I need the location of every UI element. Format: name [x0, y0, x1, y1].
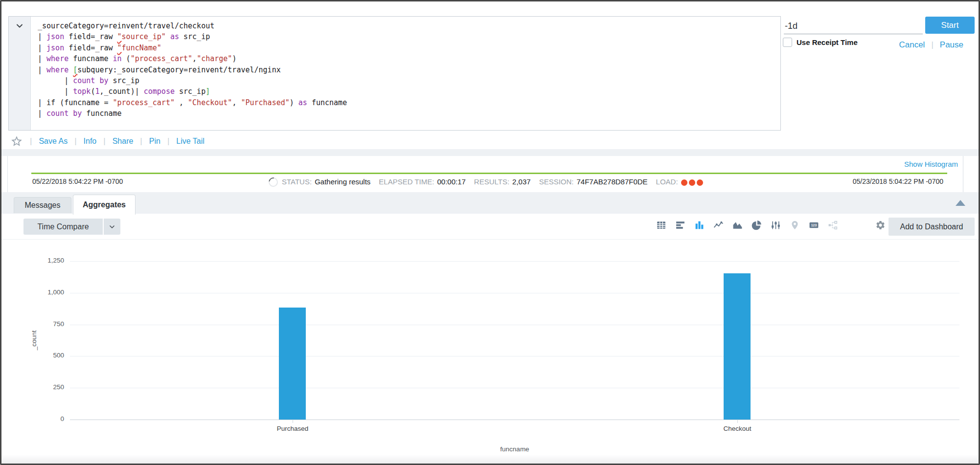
query-line: | json field=_raw "funcName": [38, 43, 774, 53]
pause-link[interactable]: Pause: [940, 40, 963, 50]
collapse-query-icon[interactable]: [15, 21, 24, 31]
status-value: 2,037: [512, 177, 531, 186]
aggregates-panel: Time Compare 123 Add to Dashboard 025050…: [1, 214, 979, 464]
scroll-shadow: [1, 455, 979, 464]
use-receipt-time-row: Use Receipt Time: [783, 38, 858, 47]
status-item-load: LOAD:: [656, 177, 705, 186]
search-end-time: 05/23/2018 5:04:22 PM -0700: [853, 177, 943, 185]
search-progress-bar: [31, 173, 947, 174]
divider: |: [167, 136, 169, 146]
histogram-panel: Show Histogram 05/22/2018 5:04:22 PM -07…: [7, 156, 963, 192]
chart-bar-purchased[interactable]: [279, 308, 306, 420]
load-indicator: [681, 177, 705, 186]
query-line: | json field=_raw "source_ip" as src_ip: [38, 31, 774, 42]
y-axis-tick-label: 250: [21, 383, 64, 391]
query-line: | where funcname in ("process_cart","cha…: [38, 53, 774, 64]
load-dot-icon: [681, 179, 687, 186]
gridline: [70, 293, 959, 293]
status-value: 00:00:17: [437, 177, 465, 186]
status-item-results: RESULTS:2,037: [474, 177, 531, 186]
y-axis-tick-label: 1,000: [21, 288, 64, 296]
x-axis-category-label: Checkout: [684, 425, 791, 432]
save-as-link[interactable]: Save As: [39, 137, 68, 146]
divider: |: [103, 136, 105, 146]
start-button[interactable]: Start: [925, 17, 975, 34]
search-control-links: Cancel | Pause: [899, 40, 963, 50]
x-axis-tick: [737, 420, 738, 423]
status-item-elapsed-time: ELAPSED TIME:00:00:17: [379, 177, 465, 186]
collapse-panel-icon[interactable]: [956, 200, 965, 206]
show-histogram-link[interactable]: Show Histogram: [904, 160, 958, 168]
query-line: | where [subquery:_sourceCategory=reinve…: [38, 65, 774, 75]
y-axis-title: _count: [30, 331, 38, 351]
query-line: _sourceCategory=reinvent/travel/checkout: [38, 21, 774, 31]
tab-aggregates[interactable]: Aggregates: [73, 195, 136, 215]
live-tail-link[interactable]: Live Tail: [176, 137, 205, 146]
divider: |: [30, 136, 32, 146]
divider: |: [931, 40, 933, 50]
results-tab-strip: Messages Aggregates: [1, 192, 979, 214]
sumo-search-window: _sourceCategory=reinvent/travel/checkout…: [0, 0, 980, 465]
y-axis-tick-label: 500: [21, 352, 64, 359]
chart-bar-checkout[interactable]: [724, 273, 751, 420]
query-text[interactable]: _sourceCategory=reinvent/travel/checkout…: [31, 17, 780, 130]
gridline: [70, 356, 959, 356]
section-divider-band: [1, 149, 979, 156]
y-axis-tick-label: 1,250: [21, 257, 64, 264]
search-actions-toolbar: | Save As|Info|Share|Pin|Live Tail: [10, 134, 205, 148]
divider: |: [74, 136, 76, 146]
use-receipt-time-label: Use Receipt Time: [797, 38, 858, 46]
query-line: | count by funcname: [38, 108, 774, 119]
use-receipt-time-checkbox[interactable]: [783, 38, 792, 47]
y-axis-tick-label: 0: [21, 415, 64, 422]
divider: |: [140, 136, 142, 146]
cancel-link[interactable]: Cancel: [899, 40, 925, 50]
query-line: | count by src_ip: [38, 75, 774, 86]
favorite-star-icon[interactable]: [10, 135, 23, 148]
search-start-time: 05/22/2018 5:04:22 PM -0700: [32, 177, 123, 185]
x-axis-tick: [293, 420, 293, 423]
query-gutter: [9, 17, 31, 130]
status-label: SESSION:: [539, 177, 574, 186]
status-bar: STATUS:Gathering resultsELAPSED TIME:00:…: [282, 177, 705, 186]
x-axis-category-label: Purchased: [239, 425, 346, 432]
share-link[interactable]: Share: [113, 137, 134, 146]
time-range-input[interactable]: [784, 19, 923, 34]
query-line: | if (funcname = "process_cart" , "Check…: [38, 97, 774, 108]
x-axis-title: funcname: [70, 445, 959, 453]
status-item-status: STATUS:Gathering results: [282, 177, 370, 186]
info-link[interactable]: Info: [84, 137, 97, 146]
status-label: ELAPSED TIME:: [379, 177, 434, 186]
pin-link[interactable]: Pin: [149, 137, 160, 146]
status-item-session: SESSION:74F7AB278D87F0DE: [539, 177, 648, 186]
load-dot-icon: [689, 179, 695, 186]
status-label: STATUS:: [282, 177, 312, 186]
gridline: [70, 261, 959, 262]
status-value: Gathering results: [315, 177, 370, 186]
status-value: 74F7AB278D87F0DE: [577, 177, 648, 186]
loading-spinner-icon: [267, 176, 279, 188]
gridline: [70, 420, 959, 420]
tab-messages[interactable]: Messages: [14, 197, 71, 213]
y-axis-tick-label: 750: [21, 320, 64, 328]
gridline: [70, 325, 959, 325]
query-editor[interactable]: _sourceCategory=reinvent/travel/checkout…: [8, 16, 781, 131]
load-dot-icon: [697, 179, 703, 186]
status-label: LOAD:: [656, 177, 678, 186]
status-label: RESULTS:: [474, 177, 509, 186]
gridline: [70, 388, 959, 388]
bar-chart: 02505007501,0001,250_countPurchasedCheck…: [1, 214, 979, 464]
query-line: | topk(1,_count)| compose src_ip]: [38, 86, 774, 97]
